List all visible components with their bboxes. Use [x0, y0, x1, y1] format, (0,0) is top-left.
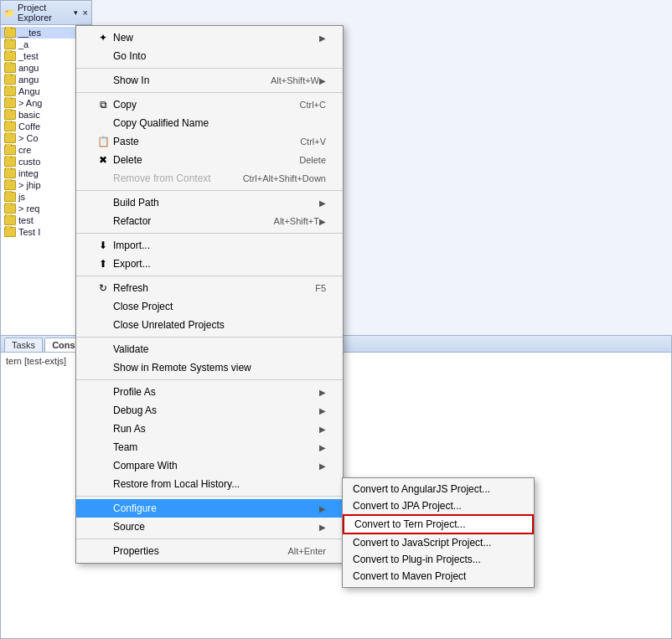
menu-item-source[interactable]: Source▶ — [76, 518, 343, 536]
submenu-label: Convert to Tern Project... — [354, 518, 522, 530]
menu-item-copy[interactable]: ⧉CopyCtrl+C — [76, 95, 343, 114]
menu-shortcut: Alt+Enter — [287, 546, 326, 556]
submenu-arrow: ▶ — [319, 461, 326, 471]
project-item-label: integ — [18, 168, 39, 178]
empty-icon — [96, 196, 110, 209]
menu-item-properties[interactable]: PropertiesAlt+Enter — [76, 542, 343, 560]
menu-item-show-in[interactable]: Show InAlt+Shift+W▶ — [76, 71, 343, 90]
submenu-label: Convert to Maven Project — [353, 570, 524, 582]
menu-separator — [76, 379, 343, 380]
menu-label: Export... — [113, 258, 326, 270]
empty-icon — [96, 404, 110, 417]
menu-label: Import... — [113, 240, 326, 251]
menu-item-configure[interactable]: Configure▶ — [76, 499, 343, 518]
folder-icon — [4, 28, 16, 38]
menu-item-new[interactable]: ✦New▶ — [76, 28, 343, 47]
menu-label: Remove from Context — [113, 173, 226, 184]
menu-label: Copy Qualified Name — [113, 117, 326, 129]
menu-item-copy-qualified[interactable]: Copy Qualified Name — [76, 114, 343, 132]
menu-item-import[interactable]: ⬇Import... — [76, 236, 343, 255]
empty-icon — [96, 74, 110, 87]
menu-item-run-as[interactable]: Run As▶ — [76, 420, 343, 438]
menu-label: Close Project — [113, 301, 326, 312]
submenu-item-convert-angularjs[interactable]: Convert to AngularJS Project... — [343, 481, 534, 497]
menu-shortcut: Ctrl+Alt+Shift+Down — [243, 173, 326, 183]
submenu-item-convert-jpa[interactable]: Convert to JPA Project... — [343, 497, 534, 514]
menu-label: Show in Remote Systems view — [113, 362, 326, 374]
menu-item-show-remote[interactable]: Show in Remote Systems view — [76, 358, 343, 377]
menu-item-close-project[interactable]: Close Project — [76, 297, 343, 316]
menu-label: Close Unrelated Projects — [113, 319, 326, 331]
project-item-label: Angu — [18, 86, 40, 96]
menu-item-debug-as[interactable]: Debug As▶ — [76, 401, 343, 420]
ide-background: 📁 Project Explorer ▾ × __tes_a_testangua… — [0, 0, 672, 639]
empty-icon — [96, 116, 110, 130]
project-item-label: > Co — [18, 133, 39, 143]
folder-icon — [4, 133, 16, 143]
empty-icon — [96, 318, 110, 332]
menu-label: Compare With — [113, 460, 319, 472]
submenu-arrow: ▶ — [319, 388, 326, 397]
menu-label: Delete — [113, 154, 282, 166]
folder-icon — [4, 145, 16, 155]
project-item-label: basic — [18, 110, 40, 120]
menu-item-close-unrelated[interactable]: Close Unrelated Projects — [76, 316, 343, 334]
submenu-arrow: ▶ — [319, 76, 326, 85]
context-menu: ✦New▶Go IntoShow InAlt+Shift+W▶⧉CopyCtrl… — [75, 25, 344, 564]
menu-separator — [76, 539, 343, 539]
submenu-item-convert-javascript[interactable]: Convert to JavaScript Project... — [343, 534, 534, 551]
menu-item-paste[interactable]: 📋PasteCtrl+V — [76, 132, 343, 151]
menu-item-team[interactable]: Team▶ — [76, 438, 343, 456]
menu-label: Copy — [113, 99, 283, 111]
menu-shortcut: Ctrl+C — [300, 100, 326, 110]
menu-separator — [76, 233, 343, 234]
submenu-label: Convert to JavaScript Project... — [353, 537, 524, 549]
menu-item-compare-with[interactable]: Compare With▶ — [76, 456, 343, 475]
menu-label: Source — [113, 521, 319, 533]
empty-icon — [96, 477, 110, 491]
tab-tasks[interactable]: Tasks — [4, 338, 43, 352]
project-explorer-title: Project Explorer — [18, 3, 70, 23]
project-item-label: > req — [18, 204, 39, 214]
menu-item-delete[interactable]: ✖DeleteDelete — [76, 151, 343, 169]
menu-item-validate[interactable]: Validate — [76, 340, 343, 358]
empty-icon — [96, 385, 110, 399]
empty-icon — [96, 544, 110, 558]
folder-icon — [4, 157, 16, 167]
submenu-item-convert-tern[interactable]: Convert to Tern Project... — [343, 514, 534, 534]
menu-item-profile-as[interactable]: Profile As▶ — [76, 383, 343, 401]
folder-icon — [4, 168, 16, 178]
menu-item-refactor[interactable]: RefactorAlt+Shift+T▶ — [76, 212, 343, 230]
menu-label: Refresh — [113, 282, 298, 294]
menu-label: New — [113, 32, 319, 44]
paste-icon: 📋 — [96, 135, 110, 148]
menu-shortcut: Alt+Shift+T — [274, 216, 319, 226]
delete-icon: ✖ — [96, 153, 110, 167]
menu-item-go-into[interactable]: Go Into — [76, 47, 343, 65]
submenu-label: Convert to JPA Project... — [353, 500, 524, 512]
menu-label: Show In — [113, 75, 254, 86]
project-item-label: custo — [18, 157, 40, 167]
submenu-arrow: ▶ — [319, 443, 326, 452]
menu-label: Restore from Local History... — [113, 478, 326, 490]
panel-menu-icon[interactable]: ▾ — [74, 8, 78, 17]
submenu-item-convert-plugin[interactable]: Convert to Plug-in Projects... — [343, 551, 534, 568]
menu-label: Team — [113, 441, 319, 453]
submenu-arrow: ▶ — [319, 198, 326, 208]
export-icon: ⬆ — [96, 257, 110, 271]
menu-item-restore-history[interactable]: Restore from Local History... — [76, 475, 343, 493]
menu-item-refresh[interactable]: ↻RefreshF5 — [76, 279, 343, 297]
folder-small-icon: 📁 — [4, 8, 14, 18]
panel-close-icon[interactable]: × — [83, 8, 88, 18]
folder-icon — [4, 121, 16, 131]
folder-icon — [4, 75, 16, 85]
empty-icon — [96, 520, 110, 533]
project-item-label: Test I — [18, 227, 40, 237]
submenu-arrow: ▶ — [319, 33, 326, 43]
project-item-label: __tes — [18, 28, 41, 38]
folder-icon — [4, 63, 16, 73]
menu-item-export[interactable]: ⬆Export... — [76, 255, 343, 273]
menu-item-build-path[interactable]: Build Path▶ — [76, 193, 343, 212]
menu-separator — [76, 92, 343, 93]
submenu-item-convert-maven[interactable]: Convert to Maven Project — [343, 568, 534, 585]
